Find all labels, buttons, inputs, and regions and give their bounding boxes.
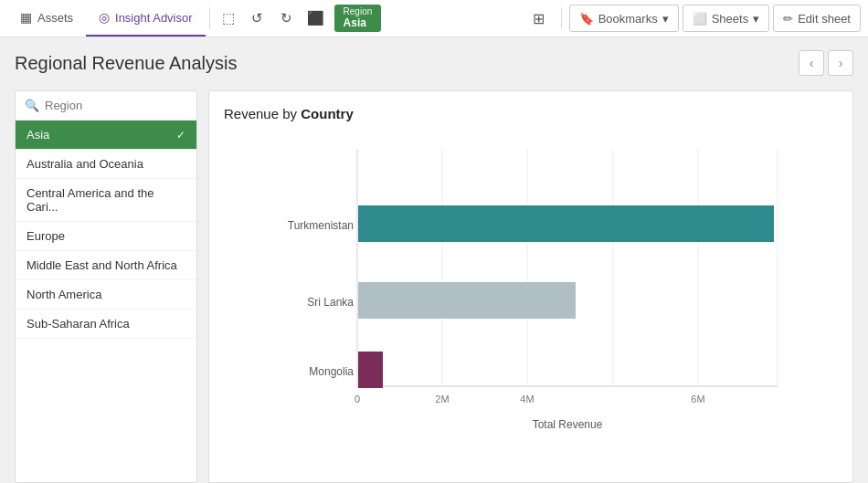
sidebar-item-north-america[interactable]: North America — [16, 280, 196, 310]
prev-page-button[interactable]: ‹ — [799, 50, 824, 76]
bar-chart-svg: Turkmenistan Sri Lanka Mongolia 0 2M 4M … — [224, 140, 838, 441]
bookmarks-chevron-icon: ▾ — [662, 12, 669, 26]
bar-sri-lanka — [358, 282, 576, 319]
chart-title-prefix: Revenue by — [224, 106, 301, 121]
nav-sep-2 — [561, 7, 562, 29]
sidebar-item-middle-east-label: Middle East and North Africa — [26, 258, 177, 272]
region-filter-button[interactable]: Region Asia — [334, 5, 382, 32]
lasso-icon-btn[interactable]: ⬚ — [214, 5, 243, 32]
filter-field-label: Region — [344, 7, 373, 16]
sidebar-item-sub-saharan-label: Sub-Saharan Africa — [26, 317, 130, 331]
sidebar-item-middle-east[interactable]: Middle East and North Africa — [16, 251, 196, 280]
insight-advisor-label: Insight Advisor — [115, 11, 193, 25]
page-title: Regional Revenue Analysis — [15, 53, 238, 74]
assets-icon: ▦ — [20, 10, 32, 25]
x-tick-6m: 6M — [691, 394, 704, 404]
sheets-label: Sheets — [712, 12, 748, 26]
x-axis-label: Total Revenue — [533, 418, 603, 431]
sidebar-item-asia-label: Asia — [26, 128, 49, 142]
x-tick-2m: 2M — [435, 394, 449, 404]
bookmark-icon: 🔖 — [579, 12, 594, 26]
assets-label: Assets — [37, 11, 73, 25]
bookmarks-label: Bookmarks — [598, 12, 658, 26]
forward-selection-btn[interactable]: ↻ — [272, 5, 302, 32]
sidebar-item-europe-label: Europe — [26, 229, 65, 243]
filter-value: Asia — [344, 16, 373, 29]
insight-advisor-tab[interactable]: ◎ Insight Advisor — [86, 0, 206, 37]
page-header: Regional Revenue Analysis ‹ › — [15, 50, 853, 76]
bar-turkmenistan — [358, 205, 774, 242]
sidebar-item-australia-label: Australia and Oceania — [26, 157, 143, 171]
chart-title-bold: Country — [301, 106, 354, 121]
bar-mongolia — [358, 352, 383, 388]
region-search-input[interactable] — [45, 99, 187, 112]
sidebar-item-europe[interactable]: Europe — [16, 222, 196, 251]
edit-icon: ✏ — [783, 12, 793, 26]
bookmarks-button[interactable]: 🔖 Bookmarks ▾ — [569, 5, 679, 32]
bar-label-sri-lanka: Sri Lanka — [307, 296, 354, 309]
x-tick-0: 0 — [355, 394, 360, 404]
sidebar-search[interactable]: 🔍 — [16, 91, 196, 121]
page-content: Regional Revenue Analysis ‹ › 🔍 Asia ✓ A… — [0, 37, 868, 483]
next-page-button[interactable]: › — [828, 50, 853, 76]
edit-sheet-label: Edit sheet — [798, 12, 851, 26]
clear-selection-btn[interactable]: ⬛ — [302, 5, 331, 32]
nav-separator — [209, 7, 210, 29]
sheets-icon: ⬜ — [693, 12, 707, 26]
nav-right-group: ⊞ 🔖 Bookmarks ▾ ⬜ Sheets ▾ ✏ Edit sheet — [524, 5, 861, 32]
back-selection-btn[interactable]: ↺ — [243, 5, 272, 32]
page-nav-arrows: ‹ › — [799, 50, 853, 76]
check-icon: ✓ — [176, 129, 185, 142]
region-sidebar: 🔍 Asia ✓ Australia and Oceania Central A… — [15, 90, 197, 483]
sidebar-item-central-america[interactable]: Central America and the Cari... — [16, 179, 196, 222]
chart-title: Revenue by Country — [224, 106, 838, 121]
search-icon: 🔍 — [25, 99, 39, 112]
top-navigation: ▦ Assets ◎ Insight Advisor ⬚ ↺ ↻ ⬛ Regio… — [0, 0, 868, 37]
sidebar-item-sub-saharan[interactable]: Sub-Saharan Africa — [16, 310, 196, 339]
edit-sheet-button[interactable]: ✏ Edit sheet — [773, 5, 861, 32]
assets-tab[interactable]: ▦ Assets — [7, 0, 86, 37]
grid-view-btn[interactable]: ⊞ — [524, 5, 554, 32]
sidebar-item-australia[interactable]: Australia and Oceania — [16, 150, 196, 179]
sidebar-item-central-america-label: Central America and the Cari... — [26, 186, 185, 214]
bar-label-mongolia: Mongolia — [309, 365, 354, 378]
insight-icon: ◎ — [99, 10, 110, 25]
main-content: 🔍 Asia ✓ Australia and Oceania Central A… — [15, 90, 853, 483]
sidebar-item-north-america-label: North America — [26, 288, 101, 301]
sheets-button[interactable]: ⬜ Sheets ▾ — [683, 5, 769, 32]
x-tick-4m: 4M — [520, 394, 534, 404]
bar-label-turkmenistan: Turkmenistan — [288, 219, 354, 232]
sheets-chevron-icon: ▾ — [753, 12, 759, 26]
sidebar-item-asia[interactable]: Asia ✓ — [16, 121, 196, 150]
revenue-chart-container: Revenue by Country Turkmenistan Sri Lank… — [208, 90, 853, 483]
